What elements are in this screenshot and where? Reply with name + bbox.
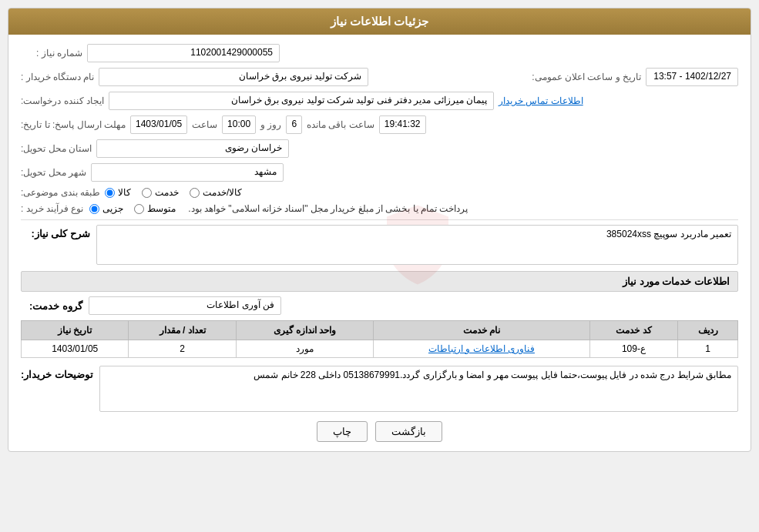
deadline-label: مهلت ارسال پاسخ: تا تاریخ:	[21, 119, 126, 130]
col-date: تاریخ نیاز	[22, 321, 129, 340]
purchase-type-label: نوع فرآیند خرید :	[21, 203, 83, 214]
radio-khedmat[interactable]: خدمت	[142, 187, 179, 198]
radio-khedmat-input[interactable]	[142, 188, 152, 198]
cell-radif: 1	[678, 340, 738, 358]
radio-khedmat-label: خدمت	[155, 187, 179, 198]
radio-jozvi-input[interactable]	[89, 204, 99, 214]
services-table: ردیف کد خدمت نام خدمت واحد اندازه گیری ت…	[21, 320, 738, 358]
radio-kala[interactable]: کالا	[105, 187, 131, 198]
deadline-time: 10:00	[222, 115, 256, 134]
city-value: مشهد	[91, 163, 284, 182]
cell-name[interactable]: فناوری اطلاعات و ارتباطات	[374, 340, 589, 358]
group-value: فن آوری اطلاعات	[89, 296, 281, 315]
radio-jozvi-label: جزیی	[102, 203, 123, 214]
table-row: 1 ع-109 فناوری اطلاعات و ارتباطات مورد 2…	[22, 340, 738, 358]
buyer-desc-label: توضیحات خریدار:	[21, 366, 93, 380]
cell-date: 1403/01/05	[22, 340, 129, 358]
buyer-desc-value: مطابق شرایط درج شده در فایل پیوست،حتما ف…	[99, 366, 738, 412]
cell-unit: مورد	[236, 340, 373, 358]
radio-motawaset-input[interactable]	[134, 204, 144, 214]
back-button[interactable]: بازگشت	[375, 421, 442, 442]
col-count: تعداد / مقدار	[129, 321, 236, 340]
radio-motawaset-label: متوسط	[147, 203, 176, 214]
publish-label: تاریخ و ساعت اعلان عمومی:	[532, 72, 641, 82]
page-title: جزئیات اطلاعات نیاز	[8, 8, 751, 35]
day-label: روز و	[260, 119, 281, 130]
deadline-days: 6	[286, 115, 302, 134]
remaining-label: ساعت باقی مانده	[307, 119, 374, 130]
purchase-note: پرداخت تمام یا بخشی از مبلغ خریدار مجل "…	[188, 203, 468, 214]
col-unit: واحد اندازه گیری	[236, 321, 373, 340]
creator-label: ایجاد کننده درخواست:	[21, 95, 104, 106]
buyer-label: نام دستگاه خریدار :	[21, 72, 94, 82]
radio-kala-khedmat[interactable]: کالا/خدمت	[190, 187, 242, 198]
col-code: کد خدمت	[589, 321, 678, 340]
cell-code: ع-109	[589, 340, 678, 358]
col-name: نام خدمت	[374, 321, 589, 340]
deadline-remaining: 19:41:32	[379, 115, 426, 134]
radio-kala-label: کالا	[118, 187, 131, 198]
time-label: ساعت	[192, 119, 217, 130]
creator-value: پیمان میرزائی مدیر دفتر فنی تولید شرکت ت…	[109, 92, 494, 110]
cell-count: 2	[129, 340, 236, 358]
col-radif: ردیف	[678, 321, 738, 340]
purchase-radio-group: متوسط جزیی	[89, 203, 176, 214]
category-radio-group: کالا/خدمت خدمت کالا	[105, 187, 242, 198]
creator-link[interactable]: اطلاعات تماس خریدار	[499, 95, 583, 106]
description-label: شرح کلی نیاز:	[21, 225, 90, 239]
radio-kala-input[interactable]	[105, 188, 115, 198]
buttons-row: بازگشت چاپ	[21, 421, 738, 442]
radio-motawaset[interactable]: متوسط	[134, 203, 176, 214]
neyaz-number-value: 1102001429000055	[87, 44, 280, 62]
province-value: خراسان رضوی	[96, 139, 289, 158]
services-section-header: اطلاعات خدمات مورد نیاز	[21, 271, 738, 292]
radio-kala-khedmat-input[interactable]	[190, 188, 200, 198]
city-label: شهر محل تحویل:	[21, 167, 86, 178]
divider1	[21, 219, 738, 220]
description-textarea: تعمیر مادربرد سوپیچ 385024xss	[96, 225, 738, 265]
deadline-date: 1403/01/05	[130, 115, 187, 134]
province-label: استان محل تحویل:	[21, 143, 92, 154]
radio-kala-khedmat-label: کالا/خدمت	[203, 187, 242, 198]
category-label: طبقه بندی موضوعی:	[21, 187, 100, 198]
group-label: گروه خدمت:	[21, 300, 82, 312]
buyer-value: شرکت تولید نیروی برق خراسان	[99, 68, 368, 86]
radio-jozvi[interactable]: جزیی	[89, 203, 123, 214]
print-button[interactable]: چاپ	[317, 421, 368, 442]
publish-value: 1402/12/27 - 13:57	[646, 68, 738, 86]
neyaz-number-label: شماره نیاز :	[21, 48, 82, 59]
